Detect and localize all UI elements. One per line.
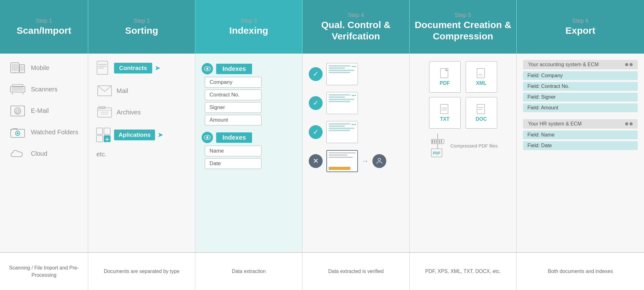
xml-doc: </> XML <box>466 61 497 93</box>
export-field-company: Field: Company <box>523 71 638 80</box>
col1-header: Step 1 Scan/Import <box>0 0 88 54</box>
pdf-doc: PDF <box>429 61 461 93</box>
export-system-2: Your HR system & ECM <box>523 119 638 129</box>
svg-rect-17 <box>97 61 108 74</box>
eye-icon-2 <box>202 132 213 143</box>
column-export: Step 6 Export Your accounting system & E… <box>517 0 644 252</box>
qc-verified-1: ✓ ●●● <box>306 63 406 85</box>
mail-icon <box>96 84 113 98</box>
svg-rect-49 <box>432 140 433 143</box>
index-fields-1: Company Contract No. Signer Amount <box>198 77 299 125</box>
index-group-1: Indexes Company Contract No. Signer Amou… <box>198 63 299 125</box>
col1-title: Scan/Import <box>17 25 71 36</box>
pdf-label: PDF <box>440 80 450 86</box>
index-group-2: Indexes Name Date <box>198 132 299 169</box>
field-signer: Signer <box>205 102 262 113</box>
qc-verified-2: ✓ ●●● <box>306 92 406 114</box>
field-company: Company <box>205 77 262 88</box>
col4-title: Qual. Control & Verifcation <box>305 19 407 42</box>
sort-applications: Aplications ➤ <box>91 127 192 143</box>
export-dots-1 <box>625 63 633 66</box>
col6-body: Your accounting system & ECM Field: Comp… <box>517 54 644 252</box>
export-group-1: Your accounting system & ECM Field: Comp… <box>520 60 641 112</box>
export-field-name: Field: Name <box>523 130 638 139</box>
etc-label: etc. <box>96 151 106 158</box>
qc-verified-3: ✓ ●●● <box>306 121 406 143</box>
svg-rect-28 <box>104 128 110 134</box>
index-title-2: Indexes <box>216 132 252 143</box>
col5-title: Document Creation & Compression <box>412 19 514 42</box>
footer-row: Scanning / File Import and Pre-Processin… <box>0 252 644 290</box>
applications-label: Aplications <box>114 130 155 140</box>
footer-4: Data extracted is verified <box>302 253 410 290</box>
compressed-pdf-row: PDF Compressed PDF files <box>423 133 503 158</box>
svg-text:</>: </> <box>478 73 483 77</box>
field-date: Date <box>205 158 262 169</box>
doc-formats-top: PDF </> XML <box>424 61 502 93</box>
svg-rect-27 <box>96 128 103 134</box>
qc-x-icon: ✕ <box>309 154 323 168</box>
field-name: Name <box>205 146 262 156</box>
col5-body: PDF </> XML <box>410 54 516 252</box>
source-scanners: Scanners <box>3 81 85 97</box>
qc-doc-2: ●●● <box>326 92 358 114</box>
export-field-signer: Field: Signer <box>523 93 638 102</box>
footer-1: Scanning / File Import and Pre-Processin… <box>0 253 88 290</box>
field-contract-no: Contract No. <box>205 90 262 100</box>
svg-rect-41 <box>440 104 448 114</box>
index-group2-header: Indexes <box>198 132 299 143</box>
export-field-contract-no: Field: Contract No. <box>523 82 638 91</box>
svg-point-36 <box>206 136 209 139</box>
svg-rect-51 <box>436 140 438 143</box>
col3-header: Step 3 Indexing <box>195 0 302 54</box>
source-watched-folders: Watched Folders <box>3 124 85 140</box>
col6-step-num: Step 6 <box>572 18 589 24</box>
col2-header: Step 2 Sorting <box>88 0 195 54</box>
qc-check-3: ✓ <box>309 125 323 139</box>
sort-archives: Archives <box>91 105 192 119</box>
svg-point-34 <box>206 68 209 70</box>
svg-rect-1 <box>12 64 18 71</box>
export-field-amount: Field: Amount <box>523 103 638 112</box>
col6-title: Export <box>565 25 595 36</box>
col4-header: Step 4 Qual. Control & Verifcation <box>302 0 409 54</box>
export-field-date: Field: Date <box>523 141 638 150</box>
col5-step-num: Step 5 <box>455 12 471 19</box>
archives-label: Archives <box>117 109 141 116</box>
svg-rect-52 <box>439 140 440 143</box>
source-cloud: Cloud <box>3 146 85 161</box>
svg-point-37 <box>378 158 381 161</box>
qc-check-2: ✓ <box>309 96 323 110</box>
column-qc: Step 4 Qual. Control & Verifcation ✓ ●●● <box>302 0 410 252</box>
index-group1-header: Indexes <box>198 63 299 74</box>
qc-doc-1: ●●● <box>326 63 358 85</box>
col2-body: Contracts ➤ Mail <box>88 54 195 252</box>
svg-rect-53 <box>441 140 442 143</box>
email-icon: @ <box>9 104 26 117</box>
doc-label: DOC <box>476 116 487 122</box>
main-container: Step 1 Scan/Import <box>0 0 644 290</box>
watched-folders-label: Watched Folders <box>31 129 78 136</box>
col3-title: Indexing <box>229 25 268 36</box>
field-amount: Amount <box>205 115 262 125</box>
dot-1 <box>625 63 628 66</box>
doc-doc: DOC <box>466 97 497 129</box>
person-icon <box>372 154 386 168</box>
svg-point-5 <box>22 72 22 72</box>
email-label: E-Mail <box>31 107 49 114</box>
footer-6: Both documents and indexes <box>517 253 644 290</box>
mobile-label: Mobile <box>31 64 49 72</box>
column-indexing: Step 3 Indexing Indexes <box>195 0 302 252</box>
contracts-arrow: ➤ <box>155 64 160 72</box>
svg-rect-4 <box>20 66 24 71</box>
svg-point-2 <box>14 72 15 73</box>
source-email: @ E-Mail <box>3 103 85 119</box>
export-dots-2 <box>625 122 633 125</box>
svg-text:@: @ <box>15 108 20 114</box>
svg-rect-23 <box>99 107 105 108</box>
qc-rejected: ✕ → <box>306 150 406 172</box>
reject-arrow: → <box>362 157 369 165</box>
footer-2: Documents are separated by type <box>88 253 195 290</box>
qc-screen <box>326 150 358 172</box>
xml-label: XML <box>476 80 487 86</box>
